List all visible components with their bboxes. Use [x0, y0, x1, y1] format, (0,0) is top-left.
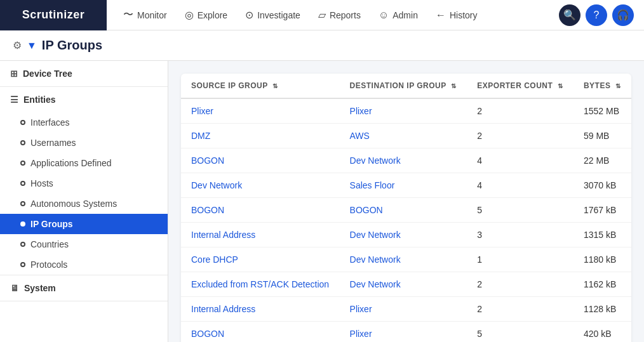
sidebar: ⊞ Device Tree ☰ Entities Interfaces User… — [0, 61, 168, 342]
cell-destination[interactable]: Plixer — [340, 98, 467, 124]
source-link[interactable]: Excluded from RST/ACK Detection — [191, 279, 329, 289]
cell-source[interactable]: Internal Address — [181, 223, 340, 247]
cell-source[interactable]: BOGON — [181, 148, 340, 173]
source-link[interactable]: Core DHCP — [191, 254, 238, 265]
search-button[interactable]: 🔍 — [559, 4, 580, 26]
sidebar-item-protocols[interactable]: Protocols — [0, 254, 168, 275]
cell-destination[interactable]: Plixer — [340, 322, 467, 343]
dot-icon — [20, 140, 25, 145]
dot-icon — [20, 242, 25, 247]
cell-destination[interactable]: Dev Network — [340, 247, 467, 272]
cell-source[interactable]: BOGON — [181, 198, 340, 223]
cell-source[interactable]: DMZ — [181, 124, 340, 148]
system-header[interactable]: 🖥 System — [0, 275, 168, 301]
table-row: Excluded from RST/ACK DetectionDev Netwo… — [181, 272, 631, 297]
device-tree-icon: ⊞ — [10, 69, 18, 79]
destination-link[interactable]: Dev Network — [350, 279, 401, 289]
help-button[interactable]: ? — [586, 4, 607, 26]
explore-icon: ◎ — [185, 9, 194, 21]
table-row: PlixerPlixer21552 MB — [181, 98, 631, 124]
entities-header[interactable]: ☰ Entities — [0, 87, 168, 112]
destination-link[interactable]: Plixer — [350, 106, 372, 116]
cell-exporter: 5 — [467, 322, 574, 343]
cell-exporter: 2 — [467, 124, 574, 148]
col-destination[interactable]: DESTINATION IP GROUP ⇅ — [340, 74, 467, 98]
cell-source[interactable]: Dev Network — [181, 173, 340, 198]
nav-investigate-label: Investigate — [257, 10, 300, 20]
sidebar-item-countries[interactable]: Countries — [0, 234, 168, 254]
destination-link[interactable]: Plixer — [350, 304, 372, 314]
table-body: PlixerPlixer21552 MBDMZAWS259 MBBOGONDev… — [181, 98, 631, 342]
col-exporter[interactable]: EXPORTER COUNT ⇅ — [467, 74, 574, 98]
ip-groups-table: SOURCE IP GROUP ⇅ DESTINATION IP GROUP ⇅… — [181, 74, 631, 342]
main-nav: 〜 Monitor ◎ Explore ⊙ Investigate ▱ Repo… — [107, 0, 559, 30]
page-title: IP Groups — [42, 38, 102, 53]
cell-source[interactable]: Internal Address — [181, 297, 340, 322]
page: ⚙ ▼ IP Groups ⊞ Device Tree ☰ Entities I… — [0, 30, 644, 342]
cell-destination[interactable]: Plixer — [340, 297, 467, 322]
user-button[interactable]: 🎧 — [612, 4, 634, 26]
sidebar-item-autonomous-systems[interactable]: Autonomous Systems — [0, 194, 168, 214]
col-source-label: SOURCE IP GROUP — [191, 81, 267, 90]
source-link[interactable]: BOGON — [191, 155, 224, 166]
entities-label: Entities — [23, 95, 56, 105]
nav-history[interactable]: ← History — [427, 0, 486, 30]
destination-link[interactable]: AWS — [350, 131, 370, 141]
system-icon: 🖥 — [10, 283, 19, 293]
cell-destination[interactable]: Dev Network — [340, 272, 467, 297]
settings-icon[interactable]: ⚙ — [13, 39, 22, 51]
col-source[interactable]: SOURCE IP GROUP ⇅ — [181, 74, 340, 98]
sidebar-item-ip-groups[interactable]: IP Groups — [0, 214, 168, 234]
cell-bytes: 420 kB — [574, 322, 631, 343]
cell-bytes: 1552 MB — [574, 98, 631, 124]
cell-exporter: 1 — [467, 247, 574, 272]
destination-link[interactable]: Sales Floor — [350, 180, 395, 190]
nav-explore[interactable]: ◎ Explore — [176, 0, 236, 30]
cell-destination[interactable]: Dev Network — [340, 223, 467, 247]
content: ⊞ Device Tree ☰ Entities Interfaces User… — [0, 61, 644, 342]
cell-destination[interactable]: BOGON — [340, 198, 467, 223]
destination-link[interactable]: Dev Network — [350, 155, 401, 166]
reports-icon: ▱ — [318, 9, 326, 21]
cell-bytes: 1162 kB — [574, 272, 631, 297]
col-bytes[interactable]: BYTES ⇅ — [574, 74, 631, 98]
destination-link[interactable]: BOGON — [350, 205, 383, 215]
destination-link[interactable]: Dev Network — [350, 230, 401, 240]
source-link[interactable]: BOGON — [191, 205, 224, 215]
source-link[interactable]: DMZ — [191, 131, 210, 141]
cell-source[interactable]: Excluded from RST/ACK Detection — [181, 272, 340, 297]
sort-bytes-icon[interactable]: ⇅ — [615, 82, 621, 89]
cell-source[interactable]: Plixer — [181, 98, 340, 124]
cell-destination[interactable]: AWS — [340, 124, 467, 148]
data-table-container: SOURCE IP GROUP ⇅ DESTINATION IP GROUP ⇅… — [181, 74, 631, 342]
sidebar-item-hosts[interactable]: Hosts — [0, 173, 168, 194]
source-link[interactable]: Dev Network — [191, 180, 242, 190]
sidebar-item-applications-defined-label: Applications Defined — [30, 158, 112, 168]
dot-icon — [20, 262, 25, 267]
destination-link[interactable]: Plixer — [350, 329, 372, 339]
sort-source-icon[interactable]: ⇅ — [272, 82, 278, 89]
filter-icon[interactable]: ▼ — [27, 40, 37, 51]
sort-destination-icon[interactable]: ⇅ — [451, 82, 457, 89]
cell-destination[interactable]: Sales Floor — [340, 173, 467, 198]
nav-explore-label: Explore — [198, 10, 227, 20]
col-exporter-label: EXPORTER COUNT — [477, 81, 553, 90]
table-header-row: SOURCE IP GROUP ⇅ DESTINATION IP GROUP ⇅… — [181, 74, 631, 98]
cell-source[interactable]: BOGON — [181, 322, 340, 343]
source-link[interactable]: BOGON — [191, 329, 224, 339]
sidebar-item-applications-defined[interactable]: Applications Defined — [0, 153, 168, 173]
device-tree-header[interactable]: ⊞ Device Tree — [0, 61, 168, 86]
cell-destination[interactable]: Dev Network — [340, 148, 467, 173]
cell-source[interactable]: Core DHCP — [181, 247, 340, 272]
destination-link[interactable]: Dev Network — [350, 254, 401, 265]
source-link[interactable]: Plixer — [191, 106, 213, 116]
nav-admin[interactable]: ☺ Admin — [370, 0, 427, 30]
source-link[interactable]: Internal Address — [191, 304, 255, 314]
sort-exporter-icon[interactable]: ⇅ — [558, 82, 563, 89]
nav-reports[interactable]: ▱ Reports — [309, 0, 370, 30]
nav-investigate[interactable]: ⊙ Investigate — [236, 0, 309, 30]
sidebar-item-usernames[interactable]: Usernames — [0, 133, 168, 153]
source-link[interactable]: Internal Address — [191, 230, 255, 240]
sidebar-item-interfaces[interactable]: Interfaces — [0, 112, 168, 133]
nav-monitor[interactable]: 〜 Monitor — [114, 0, 176, 30]
